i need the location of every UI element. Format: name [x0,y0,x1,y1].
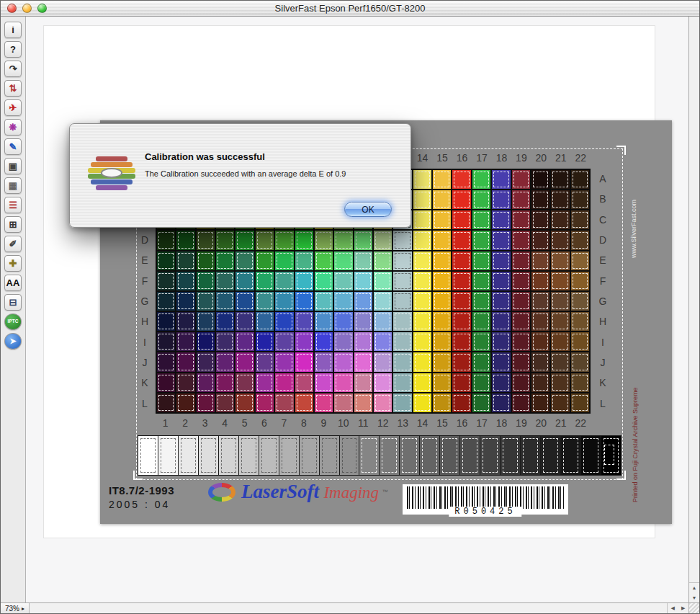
tool-help-button[interactable]: ? [4,41,22,58]
tool-expert-mode-button[interactable]: ✚ [4,255,22,272]
color-patch [492,210,510,229]
tool-image-overview-button[interactable]: ⊞ [4,216,22,233]
grayscale-wedge [138,435,622,476]
color-patch [452,332,470,351]
tool-auto-adjust-button[interactable]: AA [4,275,22,291]
color-patch [295,272,313,290]
row-label: L [594,393,611,414]
column-label: 7 [274,416,294,430]
color-patch [275,312,293,331]
color-patch [315,312,333,331]
barcode-bars [407,486,564,509]
color-patch [413,332,431,351]
zoom-indicator[interactable]: 73% ▸ [1,603,30,613]
tool-iptc-button[interactable]: IPTC [4,313,22,330]
tool-flip-vertical-button[interactable]: ⇅ [4,80,22,97]
color-patch [295,252,313,270]
color-patch [235,272,253,290]
color-patch [235,393,253,412]
zoom-button[interactable] [37,4,47,13]
tool-scan-pilot-button[interactable]: ✈ [4,99,22,116]
color-patch [354,231,372,249]
color-patch [433,190,451,209]
color-patch [492,170,510,189]
scroll-right-icon[interactable]: ▶ [681,605,685,611]
color-patch [512,352,530,371]
color-patch [452,272,470,290]
color-patch [492,393,510,412]
tool-image-type-button[interactable]: ❋ [4,119,22,135]
row-label: B [594,189,611,209]
color-patch [413,373,431,392]
color-patch [492,332,510,351]
color-patch [216,332,234,351]
color-patch [472,373,490,392]
gray-patch [480,436,500,475]
tool-midpip-pipette-button[interactable]: ✐ [4,236,22,252]
color-patch [275,292,293,311]
color-patch [571,393,589,412]
title-bar[interactable]: SilverFast Epson Perf1650/GT-8200 [1,1,699,17]
color-patch [433,170,451,189]
close-button[interactable] [7,4,17,13]
color-patch [275,231,293,249]
preview-canvas: www.SilverFast.com Printed on Fuji Cryst… [26,17,688,602]
color-patch [531,373,549,392]
color-patch [551,231,569,249]
brand-primary: LaserSoft [241,481,319,502]
color-patch [531,231,549,249]
color-patch [393,292,411,311]
column-label: 22 [571,151,591,165]
horizontal-scroll-arrows: ◀ ▶ [667,603,688,613]
scroll-down-icon[interactable]: ▼ [692,595,697,600]
scroll-up-icon[interactable]: ▲ [692,585,697,590]
ok-button[interactable]: OK [344,202,392,217]
color-patch [157,352,175,371]
color-patch [157,312,175,331]
color-patch [433,332,451,351]
tool-densitometer-button[interactable]: ☰ [4,197,22,213]
tool-scan-frame-button[interactable]: ▣ [4,158,22,174]
vertical-scrollbar[interactable]: ▲ ▼ [688,17,699,602]
row-label: H [594,311,611,332]
color-patch [393,312,411,331]
color-patch [393,272,411,290]
tool-frame-set-button[interactable]: ▦ [4,177,22,194]
tool-info-button[interactable]: i [4,22,22,38]
color-patch [275,393,293,412]
lasersoft-swirl-icon [208,483,235,502]
color-patch [413,170,431,189]
color-patch [512,252,530,270]
color-patch [176,292,194,311]
window-resize-grip[interactable] [688,603,699,613]
color-patch [551,252,569,270]
calibration-dialog: Calibration was successful The Calibrati… [69,123,411,228]
color-patch [433,352,451,371]
minimize-button[interactable] [22,4,32,13]
tool-gradation-button[interactable]: ✎ [4,138,22,155]
color-patch [216,393,234,412]
gray-patch [199,436,218,475]
color-patch [452,373,470,392]
color-patch [157,231,175,249]
column-label: 8 [294,416,313,430]
scroll-left-icon[interactable]: ◀ [671,605,675,611]
color-patch [256,373,274,392]
dialog-title: Calibration was successful [145,151,265,162]
tool-browser-button[interactable]: ➤ [4,333,22,350]
color-patch [374,352,392,371]
column-label: 22 [571,416,591,430]
horizontal-scrollbar[interactable] [30,603,667,613]
target-id-label: IT8.7/2-1993 2005 : 04 [109,484,174,510]
color-patch [295,352,313,371]
tool-print-button[interactable]: ⊟ [4,294,22,311]
color-patch [216,272,234,290]
tool-rotate-button[interactable]: ↷ [4,61,22,77]
color-patch [354,312,372,331]
color-patch [176,272,194,290]
color-patch [275,373,293,392]
color-patch [235,373,253,392]
color-patch [197,332,215,351]
calibration-mark-left [143,445,153,465]
color-patch [176,393,194,412]
